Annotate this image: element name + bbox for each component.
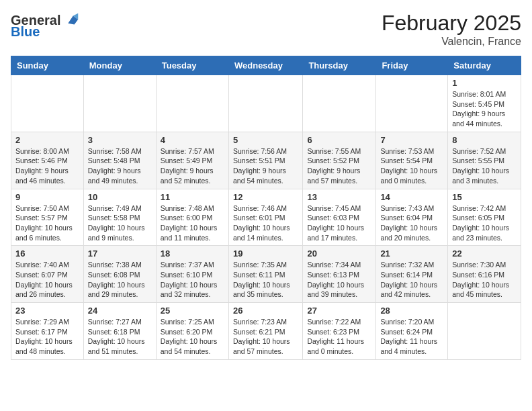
day-cell: 2Sunrise: 8:00 AM Sunset: 5:46 PM Daylig… — [11, 132, 84, 189]
day-info: Sunrise: 7:46 AM Sunset: 6:01 PM Dayligh… — [233, 203, 298, 243]
day-cell: 19Sunrise: 7:35 AM Sunset: 6:11 PM Dayli… — [228, 246, 302, 303]
day-info: Sunrise: 7:29 AM Sunset: 6:17 PM Dayligh… — [15, 317, 79, 357]
logo-bird-icon — [62, 11, 81, 30]
day-number: 4 — [161, 135, 224, 145]
day-cell: 21Sunrise: 7:32 AM Sunset: 6:14 PM Dayli… — [376, 246, 448, 303]
day-number: 13 — [307, 192, 371, 202]
day-cell: 8Sunrise: 7:52 AM Sunset: 5:55 PM Daylig… — [448, 132, 521, 189]
day-info: Sunrise: 7:25 AM Sunset: 6:20 PM Dayligh… — [161, 317, 224, 357]
day-info: Sunrise: 7:53 AM Sunset: 5:54 PM Dayligh… — [380, 146, 443, 186]
day-info: Sunrise: 7:45 AM Sunset: 6:03 PM Dayligh… — [307, 203, 371, 243]
day-cell: 27Sunrise: 7:22 AM Sunset: 6:23 PM Dayli… — [303, 303, 376, 360]
day-info: Sunrise: 7:22 AM Sunset: 6:23 PM Dayligh… — [307, 317, 371, 357]
day-cell: 3Sunrise: 7:58 AM Sunset: 5:48 PM Daylig… — [83, 132, 156, 189]
day-cell — [228, 75, 302, 132]
day-number: 5 — [233, 135, 298, 145]
day-info: Sunrise: 7:38 AM Sunset: 6:08 PM Dayligh… — [88, 260, 152, 300]
logo: General Blue — [11, 11, 81, 40]
day-cell: 17Sunrise: 7:38 AM Sunset: 6:08 PM Dayli… — [83, 246, 156, 303]
weekday-header-sunday: Sunday — [11, 56, 84, 75]
day-number: 14 — [380, 192, 443, 202]
week-row-2: 2Sunrise: 8:00 AM Sunset: 5:46 PM Daylig… — [11, 132, 521, 189]
day-info: Sunrise: 7:43 AM Sunset: 6:04 PM Dayligh… — [380, 203, 443, 243]
day-cell: 11Sunrise: 7:48 AM Sunset: 6:00 PM Dayli… — [156, 189, 228, 246]
day-number: 12 — [233, 192, 298, 202]
day-number: 21 — [380, 248, 443, 259]
day-info: Sunrise: 7:40 AM Sunset: 6:07 PM Dayligh… — [15, 260, 79, 300]
day-info: Sunrise: 7:55 AM Sunset: 5:52 PM Dayligh… — [307, 146, 371, 186]
day-info: Sunrise: 7:50 AM Sunset: 5:57 PM Dayligh… — [15, 203, 79, 243]
day-number: 19 — [233, 248, 298, 259]
day-cell: 5Sunrise: 7:56 AM Sunset: 5:51 PM Daylig… — [228, 132, 302, 189]
day-number: 26 — [233, 306, 298, 316]
weekday-header-tuesday: Tuesday — [156, 56, 228, 75]
day-info: Sunrise: 7:56 AM Sunset: 5:51 PM Dayligh… — [233, 146, 298, 186]
day-cell — [448, 303, 521, 360]
day-info: Sunrise: 7:58 AM Sunset: 5:48 PM Dayligh… — [88, 146, 152, 186]
day-cell: 9Sunrise: 7:50 AM Sunset: 5:57 PM Daylig… — [11, 189, 84, 246]
day-number: 2 — [15, 135, 79, 145]
weekday-header-friday: Friday — [376, 56, 448, 75]
day-cell: 1Sunrise: 8:01 AM Sunset: 5:45 PM Daylig… — [448, 75, 521, 132]
location-title: Valencin, France — [382, 36, 521, 48]
day-cell — [376, 75, 448, 132]
day-cell: 12Sunrise: 7:46 AM Sunset: 6:01 PM Dayli… — [228, 189, 302, 246]
logo-text-blue: Blue — [11, 24, 40, 40]
day-number: 24 — [88, 306, 152, 316]
day-number: 3 — [88, 135, 152, 145]
day-cell: 23Sunrise: 7:29 AM Sunset: 6:17 PM Dayli… — [11, 303, 84, 360]
day-number: 20 — [307, 248, 371, 259]
weekday-header-wednesday: Wednesday — [228, 56, 302, 75]
day-info: Sunrise: 7:52 AM Sunset: 5:55 PM Dayligh… — [452, 146, 517, 186]
day-number: 8 — [452, 135, 517, 145]
day-cell: 24Sunrise: 7:27 AM Sunset: 6:18 PM Dayli… — [83, 303, 156, 360]
day-info: Sunrise: 7:23 AM Sunset: 6:21 PM Dayligh… — [233, 317, 298, 357]
day-cell — [156, 75, 228, 132]
day-number: 22 — [452, 248, 517, 259]
day-info: Sunrise: 7:57 AM Sunset: 5:49 PM Dayligh… — [161, 146, 224, 186]
day-info: Sunrise: 7:42 AM Sunset: 6:05 PM Dayligh… — [452, 203, 517, 243]
day-number: 15 — [452, 192, 517, 202]
title-area: February 2025 Valencin, France — [382, 11, 521, 48]
header-area: General Blue February 2025 Valencin, Fra… — [11, 11, 521, 48]
week-row-1: 1Sunrise: 8:01 AM Sunset: 5:45 PM Daylig… — [11, 75, 521, 132]
day-info: Sunrise: 7:30 AM Sunset: 6:16 PM Dayligh… — [452, 260, 517, 300]
day-cell: 7Sunrise: 7:53 AM Sunset: 5:54 PM Daylig… — [376, 132, 448, 189]
week-row-5: 23Sunrise: 7:29 AM Sunset: 6:17 PM Dayli… — [11, 303, 521, 360]
day-cell: 20Sunrise: 7:34 AM Sunset: 6:13 PM Dayli… — [303, 246, 376, 303]
day-number: 16 — [15, 248, 79, 259]
day-info: Sunrise: 8:01 AM Sunset: 5:45 PM Dayligh… — [452, 89, 517, 129]
day-cell: 4Sunrise: 7:57 AM Sunset: 5:49 PM Daylig… — [156, 132, 228, 189]
day-number: 6 — [307, 135, 371, 145]
day-info: Sunrise: 7:37 AM Sunset: 6:10 PM Dayligh… — [161, 260, 224, 300]
weekday-header-row: SundayMondayTuesdayWednesdayThursdayFrid… — [11, 56, 521, 75]
day-number: 18 — [161, 248, 224, 259]
day-number: 23 — [15, 306, 79, 316]
weekday-header-thursday: Thursday — [303, 56, 376, 75]
day-cell — [303, 75, 376, 132]
day-number: 11 — [161, 192, 224, 202]
day-cell: 10Sunrise: 7:49 AM Sunset: 5:58 PM Dayli… — [83, 189, 156, 246]
day-info: Sunrise: 7:27 AM Sunset: 6:18 PM Dayligh… — [88, 317, 152, 357]
day-cell — [83, 75, 156, 132]
day-cell: 28Sunrise: 7:20 AM Sunset: 6:24 PM Dayli… — [376, 303, 448, 360]
week-row-3: 9Sunrise: 7:50 AM Sunset: 5:57 PM Daylig… — [11, 189, 521, 246]
day-number: 9 — [15, 192, 79, 202]
day-cell — [11, 75, 84, 132]
day-number: 28 — [380, 306, 443, 316]
calendar-table: SundayMondayTuesdayWednesdayThursdayFrid… — [11, 56, 521, 360]
day-number: 1 — [452, 78, 517, 88]
day-cell: 22Sunrise: 7:30 AM Sunset: 6:16 PM Dayli… — [448, 246, 521, 303]
month-title: February 2025 — [382, 11, 521, 36]
day-cell: 14Sunrise: 7:43 AM Sunset: 6:04 PM Dayli… — [376, 189, 448, 246]
day-info: Sunrise: 7:49 AM Sunset: 5:58 PM Dayligh… — [88, 203, 152, 243]
day-number: 27 — [307, 306, 371, 316]
day-info: Sunrise: 7:35 AM Sunset: 6:11 PM Dayligh… — [233, 260, 298, 300]
day-number: 17 — [88, 248, 152, 259]
day-cell: 18Sunrise: 7:37 AM Sunset: 6:10 PM Dayli… — [156, 246, 228, 303]
day-cell: 26Sunrise: 7:23 AM Sunset: 6:21 PM Dayli… — [228, 303, 302, 360]
day-cell: 13Sunrise: 7:45 AM Sunset: 6:03 PM Dayli… — [303, 189, 376, 246]
day-cell: 15Sunrise: 7:42 AM Sunset: 6:05 PM Dayli… — [448, 189, 521, 246]
day-cell: 16Sunrise: 7:40 AM Sunset: 6:07 PM Dayli… — [11, 246, 84, 303]
day-info: Sunrise: 7:48 AM Sunset: 6:00 PM Dayligh… — [161, 203, 224, 243]
